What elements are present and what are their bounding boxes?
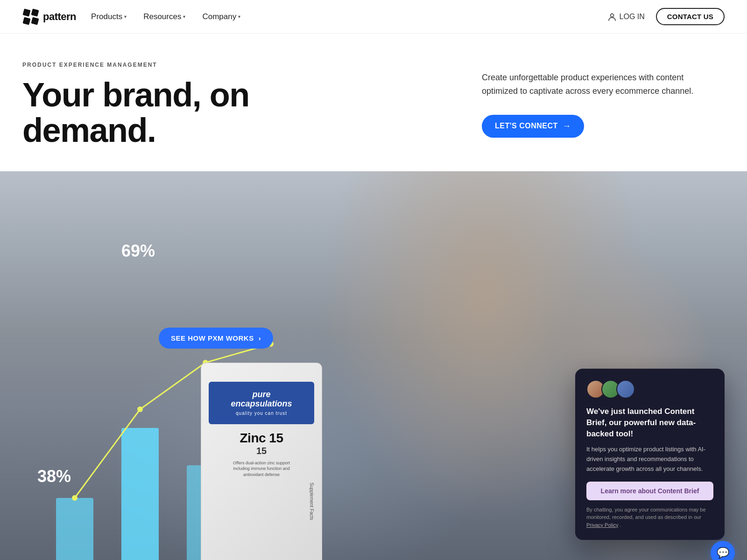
nav-right: LOG IN CONTACT US: [607, 8, 725, 25]
nav-link-resources[interactable]: Resources ▾: [143, 12, 185, 21]
chevron-down-icon: ▾: [183, 14, 185, 19]
see-how-label: SEE HOW PXM WORKS: [171, 334, 254, 342]
hero-headline: Your brand, on demand.: [22, 77, 331, 148]
hero-description: Create unforgettable product experiences…: [482, 71, 706, 98]
svg-rect-5: [56, 498, 93, 560]
nav-item-resources[interactable]: Resources ▾: [143, 12, 185, 21]
nav-link-products[interactable]: Products ▾: [91, 12, 127, 21]
hero-left: PRODUCT EXPERIENCE MANAGEMENT Your brand…: [22, 62, 444, 148]
chat-cta-button[interactable]: Learn more about Content Brief: [586, 482, 713, 500]
svg-rect-2: [22, 17, 30, 25]
chat-popup-body: It helps you optimize product listings w…: [586, 445, 713, 474]
supplement-facts-label: Supplement Facts: [309, 483, 314, 520]
login-icon: [607, 12, 617, 21]
hero-section: PRODUCT EXPERIENCE MANAGEMENT Your brand…: [0, 34, 747, 171]
see-how-pxm-button[interactable]: SEE HOW PXM WORKS ›: [159, 328, 273, 349]
pattern-logo-icon: [22, 8, 39, 25]
hero-cta-button[interactable]: LET'S CONNECT →: [482, 115, 584, 138]
bottle-sub: quality you can trust: [214, 411, 309, 416]
nav-left: pattern Products ▾ Resources ▾ Company ▾: [22, 8, 240, 25]
hero-right: Create unforgettable product experiences…: [482, 62, 725, 138]
nav-links: Products ▾ Resources ▾ Company ▾: [91, 12, 240, 21]
percentage-69: 69%: [121, 241, 155, 261]
hero-cta-label: LET'S CONNECT: [495, 122, 558, 130]
chat-avatars: [586, 380, 713, 399]
disclaimer-suffix: .: [620, 522, 621, 528]
chat-popup: We've just launched Content Brief, our p…: [575, 369, 725, 540]
svg-point-4: [610, 14, 613, 17]
nav-item-products[interactable]: Products ▾: [91, 12, 127, 21]
bottle-description: Offers dual-action zinc supportincluding…: [233, 460, 290, 478]
avatar-3: [616, 380, 635, 399]
svg-rect-3: [31, 17, 39, 25]
chat-icon: 💬: [717, 547, 729, 559]
chat-disclaimer: By chatting, you agree your communicatio…: [586, 506, 713, 529]
nav-link-company[interactable]: Company ▾: [202, 12, 240, 21]
image-section: 69% 38% pureencapsulations quality you c…: [0, 171, 747, 560]
svg-point-8: [72, 495, 78, 501]
chevron-down-icon: ▾: [124, 14, 127, 19]
chevron-down-icon: ▾: [238, 14, 240, 19]
bottle-product-name: Zinc 15: [240, 431, 283, 446]
svg-point-9: [137, 406, 143, 412]
bottle-number: 15: [256, 446, 267, 456]
chat-popup-title: We've just launched Content Brief, our p…: [586, 406, 713, 439]
bottle-brand-label: pureencapsulations quality you can trust: [209, 382, 314, 424]
disclaimer-prefix: By chatting, you agree your communicatio…: [586, 507, 706, 520]
bottle-brand-name: pureencapsulations: [214, 390, 309, 409]
product-bottle: pureencapsulations quality you can trust…: [201, 363, 322, 560]
arrow-right-icon: →: [563, 121, 571, 131]
privacy-policy-link[interactable]: Privacy Policy: [586, 522, 618, 528]
login-button[interactable]: LOG IN: [607, 12, 645, 21]
arrow-right-icon: ›: [259, 334, 261, 342]
contact-button[interactable]: CONTACT US: [656, 8, 725, 25]
hero-eyebrow: PRODUCT EXPERIENCE MANAGEMENT: [22, 62, 444, 68]
login-label: LOG IN: [620, 13, 645, 21]
svg-rect-1: [31, 8, 39, 16]
logo[interactable]: pattern: [22, 8, 76, 25]
navigation: pattern Products ▾ Resources ▾ Company ▾: [0, 0, 747, 34]
logo-text: pattern: [43, 11, 76, 23]
svg-rect-6: [121, 428, 159, 560]
nav-item-company[interactable]: Company ▾: [202, 12, 240, 21]
svg-rect-0: [22, 8, 30, 16]
percentage-38: 38%: [37, 467, 71, 486]
